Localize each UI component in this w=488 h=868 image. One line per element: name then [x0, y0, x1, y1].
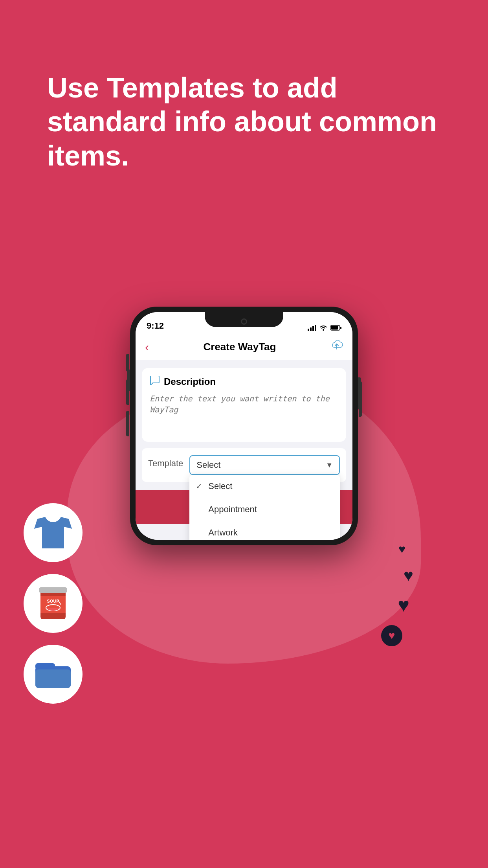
- select-value: Select: [196, 460, 220, 470]
- dropdown-item-select[interactable]: ✓ Select: [189, 475, 340, 498]
- clothing-icon-circle: [24, 503, 83, 562]
- svg-rect-7: [35, 663, 55, 669]
- hero-text: Use Templates to add standard info about…: [47, 71, 441, 173]
- chevron-down-icon: ▼: [326, 461, 333, 469]
- svg-rect-14: [331, 326, 338, 330]
- battery-icon: [330, 325, 341, 331]
- status-time: 9:12: [147, 321, 164, 331]
- svg-rect-10: [310, 327, 312, 331]
- svg-rect-1: [39, 587, 67, 593]
- template-label: Template: [148, 455, 183, 469]
- hero-heading: Use Templates to add standard info about…: [47, 72, 437, 171]
- heart-icon-4: ♥: [381, 625, 402, 646]
- clothing-icon: [33, 515, 73, 550]
- template-select-button[interactable]: Select ▼: [189, 455, 340, 475]
- dropdown-item-artwork[interactable]: Artwork: [189, 521, 340, 540]
- cloud-upload-icon[interactable]: [330, 340, 343, 353]
- signal-icon: [308, 325, 316, 331]
- svg-rect-11: [312, 326, 314, 331]
- heart-icon-1: ♥: [398, 542, 405, 556]
- soup-can-icon-circle: SOUP: [24, 574, 83, 633]
- template-dropdown: ✓ Select Appointment Artwork: [189, 475, 340, 540]
- description-card: Description: [142, 368, 346, 442]
- svg-rect-9: [308, 329, 309, 331]
- phone-notch: [205, 312, 283, 327]
- description-input[interactable]: [150, 393, 338, 432]
- svg-text:SOUP: SOUP: [47, 599, 59, 603]
- nav-bar: ‹ Create WayTag: [136, 334, 352, 360]
- description-header: Description: [150, 376, 338, 388]
- content-area: Description Template Select ▼: [136, 360, 352, 490]
- folder-icon: [33, 658, 73, 690]
- dropdown-item-label: Artwork: [208, 528, 238, 538]
- description-section-title: Description: [164, 376, 216, 387]
- nav-title: Create WayTag: [204, 341, 276, 353]
- template-row: Template Select ▼ ✓ Select: [148, 455, 340, 475]
- wifi-icon: [319, 325, 327, 331]
- svg-rect-15: [340, 327, 341, 329]
- svg-rect-8: [35, 669, 71, 688]
- dropdown-item-appointment[interactable]: Appointment: [189, 498, 340, 521]
- heart-icon-3: ♥: [398, 594, 409, 616]
- dropdown-item-label: Appointment: [208, 504, 257, 515]
- check-icon: ✓: [196, 482, 204, 491]
- heart-icon-2: ♥: [404, 566, 413, 585]
- template-select-container: Select ▼ ✓ Select: [189, 455, 340, 475]
- back-button[interactable]: ‹: [145, 340, 149, 354]
- status-icons: [308, 325, 341, 331]
- soup-can-icon: SOUP: [37, 585, 69, 622]
- folder-icon-circle: [24, 645, 83, 704]
- dropdown-item-label: Select: [208, 481, 232, 491]
- svg-rect-12: [315, 325, 316, 331]
- template-section: Template Select ▼ ✓ Select: [142, 448, 346, 482]
- description-icon: [150, 376, 160, 388]
- phone-mockup: 9:12: [130, 307, 358, 545]
